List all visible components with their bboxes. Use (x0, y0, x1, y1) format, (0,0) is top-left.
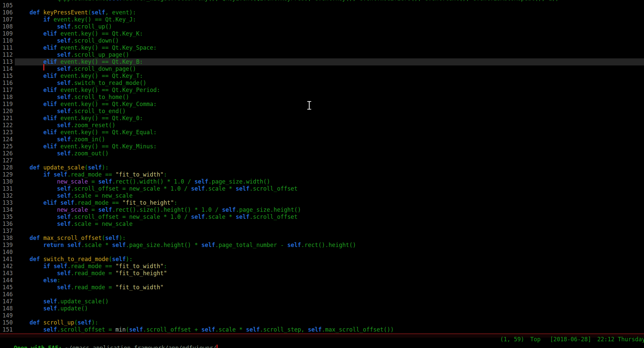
line-number: 117 (0, 87, 13, 94)
code-line[interactable]: 127 (0, 157, 644, 164)
code-line[interactable]: 120 self.scroll_to_end() (0, 108, 644, 115)
code-line[interactable]: 134 new_scale = self.rect().size().heigh… (0, 206, 644, 213)
code-line[interactable]: 141 def switch_to_read_mode(self): (0, 256, 644, 263)
code-line[interactable]: 105 (0, 2, 644, 9)
code-text: def scroll_up(self): (15, 319, 644, 326)
code-line[interactable]: 132 self.scale = new_scale (0, 192, 644, 199)
code-text: self.scroll_down_page() (15, 65, 644, 72)
status-tray: (1, 59)Top[2018-06-28]22:12 Thursday (479, 331, 644, 348)
code-line[interactable]: 123 elif event.key() == Qt.Key_Equal: (0, 129, 644, 136)
code-text (15, 291, 644, 298)
line-number: 115 (0, 72, 13, 80)
code-text: self.zoom_reset() (15, 122, 644, 129)
code-text: new_scale = self.rect().size().height() … (15, 206, 644, 213)
minibuffer[interactable]: Open with EAF: ~/emacs-application-frame… (0, 338, 644, 348)
code-line[interactable]: 108 self.scroll_up() (0, 23, 644, 30)
code-text: def max_scroll_offset(self): (15, 235, 644, 242)
code-line[interactable]: 122 self.zoom_reset() (0, 122, 644, 129)
line-number: 130 (0, 178, 13, 185)
code-line[interactable]: 119 elif event.key() == Qt.Key_Comma: (0, 101, 644, 108)
line-number: 144 (0, 277, 13, 284)
code-line[interactable]: 128 def update_scale(self): (0, 164, 644, 171)
line-number: 119 (0, 101, 13, 108)
code-text (15, 228, 644, 235)
code-text (15, 249, 644, 256)
line-number: 134 (0, 206, 13, 213)
line-number: 133 (0, 199, 13, 206)
code-line[interactable]: 131 self.scroll_offset = new_scale * 1.0… (0, 185, 644, 192)
buffer-position-indicator: Top (530, 337, 541, 342)
minibuffer-input[interactable]: ~/emacs-application-framework/app/pdfvie… (65, 345, 216, 348)
code-buffer[interactable]: qApp.sendEvent(self.buffer_widget.focusP… (0, 0, 644, 333)
line-number: 142 (0, 263, 13, 270)
line-number: 151 (0, 326, 13, 333)
code-text: self.zoom_out() (15, 150, 644, 157)
code-line[interactable]: 115 elif event.key() == Qt.Key_T: (0, 72, 644, 80)
line-number: 112 (0, 51, 13, 58)
minibuffer-prompt: Open with EAF: (14, 345, 65, 348)
code-line[interactable]: 125 elif event.key() == Qt.Key_Minus: (0, 143, 644, 150)
code-line[interactable]: 109 elif event.key() == Qt.Key_K: (0, 30, 644, 37)
code-line[interactable]: 146 (0, 291, 644, 298)
code-text: def update_scale(self): (15, 164, 644, 171)
code-text: self.switch_to_read_mode() (15, 80, 644, 87)
line-number: 140 (0, 249, 13, 256)
line-number: 118 (0, 94, 13, 101)
code-line[interactable]: 142 if self.read_mode == "fit_to_width": (0, 263, 644, 270)
code-line[interactable]: 112 self.scroll_up_page() (0, 51, 644, 58)
code-line[interactable]: 121 elif event.key() == Qt.Key_0: (0, 115, 644, 122)
line-number: 124 (0, 136, 13, 143)
code-line[interactable]: 144 else: (0, 277, 644, 284)
code-line[interactable]: 130 new_scale = self.rect().width() * 1.… (0, 178, 644, 185)
code-line[interactable]: 133 elif self.read_mode == "fit_to_heigh… (0, 199, 644, 206)
code-line[interactable]: 148 self.update() (0, 305, 644, 312)
code-line[interactable]: 129 if self.read_mode == "fit_to_width": (0, 171, 644, 178)
code-text: if event.key() == Qt.Key_J: (15, 16, 644, 23)
code-line[interactable]: 118 self.scroll_to_home() (0, 94, 644, 101)
code-line[interactable]: 149 (0, 312, 644, 319)
code-line[interactable]: 140 (0, 249, 644, 256)
code-text (15, 312, 644, 319)
code-text: elif event.key() == Qt.Key_Comma: (15, 101, 644, 108)
code-line[interactable]: 110 self.scroll_down() (0, 37, 644, 44)
code-text: return self.scale * self.page_size.heigh… (15, 242, 644, 249)
line-number: 122 (0, 122, 13, 129)
code-text: elif event.key() == Qt.Key_0: (15, 115, 644, 122)
code-text: elif event.key() == Qt.Key_K: (15, 30, 644, 37)
code-line[interactable]: 111 elif event.key() == Qt.Key_Space: (0, 44, 644, 51)
code-text: self.scroll_up_page() (15, 51, 644, 58)
code-text: elif event.key() == Qt.Key_Period: (15, 87, 644, 94)
code-line[interactable]: 139 return self.scale * self.page_size.h… (0, 242, 644, 249)
code-line[interactable]: 113 elif event.key() == Qt.Key_B: (0, 58, 644, 65)
line-number: 109 (0, 30, 13, 37)
code-line[interactable]: 114 self.scroll_down_page() (0, 65, 644, 72)
time-indicator: 22:12 Thursday (597, 337, 644, 342)
code-line[interactable]: 147 self.update_scale() (0, 298, 644, 305)
line-number: 107 (0, 16, 13, 23)
code-line[interactable]: 136 self.scale = new_scale (0, 220, 644, 228)
code-text: self.scale = new_scale (15, 192, 644, 199)
code-line[interactable]: 126 self.zoom_out() (0, 150, 644, 157)
line-number: 139 (0, 242, 13, 249)
code-line[interactable]: 116 self.switch_to_read_mode() (0, 80, 644, 87)
code-line[interactable]: 150 def scroll_up(self): (0, 319, 644, 326)
code-text: def switch_to_read_mode(self): (15, 256, 644, 263)
code-line[interactable]: 145 self.read_mode = "fit_to_width" (0, 284, 644, 291)
code-line[interactable]: 135 self.scroll_offset = new_scale * 1.0… (0, 213, 644, 220)
code-line[interactable]: 106 def keyPressEvent(self, event): (0, 9, 644, 16)
code-line[interactable]: 137 (0, 228, 644, 235)
code-line[interactable]: 117 elif event.key() == Qt.Key_Period: (0, 87, 644, 94)
code-line[interactable]: 143 self.read_mode = "fit_to_height" (0, 270, 644, 277)
code-text: self.read_mode = "fit_to_height" (15, 270, 644, 277)
line-number: 148 (0, 305, 13, 312)
code-text: self.update_scale() (15, 298, 644, 305)
code-line[interactable]: 107 if event.key() == Qt.Key_J: (0, 16, 644, 23)
code-text: if self.read_mode == "fit_to_width": (15, 171, 644, 178)
code-text (15, 157, 644, 164)
line-number: 127 (0, 157, 13, 164)
line-number: 149 (0, 312, 13, 319)
line-number: 123 (0, 129, 13, 136)
line-number: 126 (0, 150, 13, 157)
code-line[interactable]: 124 self.zoom_in() (0, 136, 644, 143)
code-line[interactable]: 138 def max_scroll_offset(self): (0, 235, 644, 242)
